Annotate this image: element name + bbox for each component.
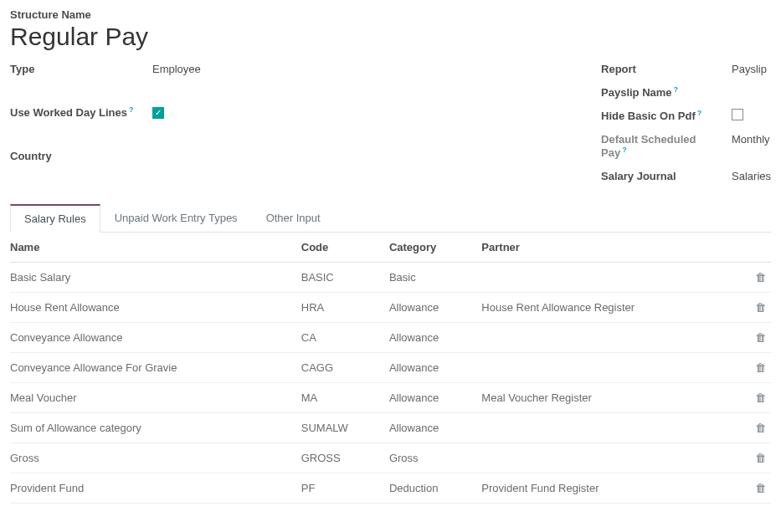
trash-icon[interactable]: 🗑 — [755, 391, 766, 404]
cell-name: Gross — [10, 442, 301, 473]
cell-partner: Provident Fund Register — [481, 473, 749, 503]
hide-basic-text: Hide Basic On Pdf — [601, 110, 696, 123]
cell-code: CA — [301, 322, 389, 352]
cell-code: SUMALW — [301, 412, 389, 442]
cell-name: Provident Fund — [10, 473, 301, 503]
default-scheduled-pay-value[interactable]: Monthly — [732, 133, 771, 146]
trash-icon[interactable]: 🗑 — [755, 361, 766, 374]
payslip-name-label: Payslip Name? — [601, 85, 718, 99]
table-row[interactable]: Sum of Allowance categorySUMALWAllowance… — [10, 412, 771, 442]
table-row[interactable]: Conveyance AllowanceCAAllowance🗑 — [10, 322, 771, 352]
tabs: Salary Rules Unpaid Work Entry Types Oth… — [10, 204, 771, 233]
checkbox-unchecked-icon — [732, 109, 743, 120]
cell-partner — [481, 352, 749, 382]
table-row[interactable]: Basic SalaryBASICBasic🗑 — [10, 262, 771, 292]
salary-rules-table: Name Code Category Partner Basic SalaryB… — [10, 233, 771, 504]
form-right-column: Report Payslip Payslip Name? Hide Basic … — [601, 63, 771, 182]
report-value[interactable]: Payslip — [732, 63, 771, 75]
table-row[interactable]: Provident FundPFDeductionProvident Fund … — [10, 473, 771, 503]
country-label: Country — [10, 150, 136, 162]
cell-category: Allowance — [389, 412, 481, 442]
report-label: Report — [601, 63, 718, 75]
table-header-row: Name Code Category Partner — [10, 233, 771, 263]
payslip-name-text: Payslip Name — [601, 86, 672, 99]
trash-icon[interactable]: 🗑 — [755, 452, 766, 464]
col-partner[interactable]: Partner — [481, 233, 749, 263]
cell-code: BASIC — [301, 262, 389, 292]
col-code[interactable]: Code — [301, 233, 389, 263]
cell-category: Allowance — [389, 322, 481, 352]
cell-name: House Rent Allowance — [10, 292, 301, 322]
cell-category: Allowance — [389, 382, 481, 412]
type-value[interactable]: Employee — [152, 63, 201, 75]
use-worked-day-lines-checkbox[interactable]: ✓ — [152, 105, 201, 119]
cell-partner — [481, 442, 749, 473]
hide-basic-checkbox[interactable] — [732, 109, 771, 123]
cell-category: Allowance — [389, 352, 481, 382]
col-category[interactable]: Category — [389, 233, 481, 263]
trash-icon[interactable]: 🗑 — [755, 331, 766, 344]
help-icon[interactable]: ? — [674, 85, 679, 94]
salary-journal-label: Salary Journal — [601, 170, 718, 182]
cell-partner: Meal Voucher Register — [481, 382, 749, 412]
cell-partner: House Rent Allowance Register — [481, 292, 749, 322]
structure-name-label: Structure Name — [10, 8, 771, 21]
trash-icon[interactable]: 🗑 — [755, 271, 766, 284]
trash-icon[interactable]: 🗑 — [755, 482, 766, 494]
cell-name: Meal Voucher — [10, 382, 301, 412]
cell-code: MA — [301, 382, 389, 412]
cell-code: PF — [301, 473, 389, 503]
cell-code: GROSS — [301, 442, 389, 473]
cell-code: HRA — [301, 292, 389, 322]
help-icon[interactable]: ? — [129, 105, 134, 114]
default-sched-text: Default Scheduled Pay — [601, 133, 696, 159]
cell-category: Deduction — [389, 473, 481, 503]
cell-code: CAGG — [301, 352, 389, 382]
cell-name: Sum of Allowance category — [10, 412, 301, 442]
help-icon[interactable]: ? — [622, 146, 627, 154]
help-icon[interactable]: ? — [697, 109, 702, 117]
cell-name: Conveyance Allowance For Gravie — [10, 352, 301, 382]
trash-icon[interactable]: 🗑 — [755, 422, 766, 434]
cell-partner — [481, 412, 749, 442]
use-worked-day-lines-label: Use Worked Day Lines? — [10, 105, 136, 119]
salary-journal-value[interactable]: Salaries — [732, 170, 771, 182]
cell-name: Conveyance Allowance — [10, 322, 301, 352]
table-row[interactable]: GrossGROSSGross🗑 — [10, 442, 771, 473]
trash-icon[interactable]: 🗑 — [755, 301, 766, 314]
structure-name-value[interactable]: Regular Pay — [10, 23, 771, 51]
tab-other-input[interactable]: Other Input — [252, 204, 335, 232]
tab-unpaid-work-entry-types[interactable]: Unpaid Work Entry Types — [100, 204, 252, 232]
cell-category: Basic — [389, 262, 481, 292]
table-row[interactable]: Conveyance Allowance For GravieCAGGAllow… — [10, 352, 771, 382]
cell-category: Gross — [389, 442, 481, 473]
type-label: Type — [10, 63, 136, 75]
hide-basic-label: Hide Basic On Pdf? — [601, 109, 718, 122]
tab-salary-rules[interactable]: Salary Rules — [10, 204, 100, 233]
checkbox-checked-icon: ✓ — [152, 107, 164, 119]
use-worked-text: Use Worked Day Lines — [10, 106, 127, 119]
col-action — [749, 233, 771, 263]
cell-name: Basic Salary — [10, 262, 301, 292]
default-scheduled-pay-label: Default Scheduled Pay? — [601, 133, 718, 159]
col-name[interactable]: Name — [10, 233, 301, 263]
form-left-column: Type Employee Use Worked Day Lines? ✓ Co… — [10, 63, 201, 182]
cell-category: Allowance — [389, 292, 481, 322]
cell-partner — [481, 262, 749, 292]
cell-partner — [481, 322, 749, 352]
form-area: Type Employee Use Worked Day Lines? ✓ Co… — [10, 63, 771, 182]
table-row[interactable]: House Rent AllowanceHRAAllowanceHouse Re… — [10, 292, 771, 322]
table-row[interactable]: Meal VoucherMAAllowanceMeal Voucher Regi… — [10, 382, 771, 412]
